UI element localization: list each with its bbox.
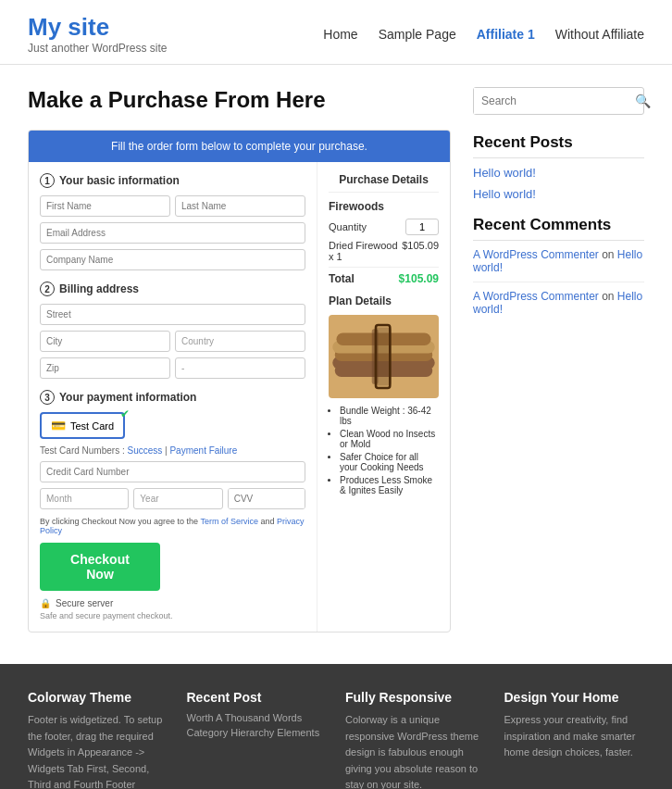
footer-col2-title: Recent Post (187, 690, 328, 705)
year-select[interactable]: Year (133, 488, 222, 509)
secure-row: 🔒 Secure server (40, 598, 305, 608)
city-input[interactable] (40, 331, 170, 352)
month-select[interactable]: Month (40, 488, 129, 509)
card-btn-label: Test Card (70, 420, 114, 432)
footer-col3: Fully Responsive Colorway is a unique re… (345, 690, 486, 789)
step2-num: 2 (40, 282, 55, 296)
lock-icon: 🔒 (40, 598, 51, 608)
company-row (40, 249, 305, 270)
card-date-row: Month Year 📋 (40, 488, 305, 509)
plan-image (329, 315, 439, 398)
commenter-0[interactable]: A WordPress Commenter (473, 248, 599, 261)
comment-divider (473, 282, 644, 282)
cc-row (40, 461, 305, 482)
footer-col4-title: Design Your Home (504, 690, 645, 705)
firewood-svg (329, 315, 439, 398)
footer-col1: Colorway Theme Footer is widgetized. To … (28, 690, 168, 789)
email-input[interactable] (40, 222, 305, 244)
country-select[interactable]: Country (175, 331, 305, 352)
test-card-links: Test Card Numbers : Success | Payment Fa… (40, 445, 305, 456)
nav-without-affiliate[interactable]: Without Affiliate (555, 27, 644, 42)
commenter-1[interactable]: A WordPress Commenter (473, 290, 599, 303)
checkout-form: 1 Your basic information (29, 162, 317, 632)
footer-col1-text: Footer is widgetized. To setup the foote… (28, 712, 168, 789)
header: My site Just another WordPress site Home… (0, 0, 672, 65)
total-row: Total $105.09 (329, 267, 439, 285)
search-button[interactable]: 🔍 (628, 88, 658, 114)
cvv-input[interactable] (229, 489, 305, 508)
search-box: 🔍 (473, 87, 644, 115)
qty-input[interactable] (405, 219, 439, 235)
nav-home[interactable]: Home (323, 27, 357, 42)
plan-title: Plan Details (329, 294, 439, 307)
plan-feature-item: Bundle Weight : 36-42 lbs (340, 406, 439, 426)
product-name: Firewoods (329, 200, 439, 213)
recent-comments-title: Recent Comments (473, 216, 644, 241)
zip-row: - (40, 357, 305, 379)
step3-num: 3 (40, 390, 55, 405)
total-price: $105.09 (399, 272, 439, 285)
tos-link[interactable]: Term of Service (200, 517, 258, 526)
recent-post-1[interactable]: Hello world! (473, 187, 644, 201)
credit-card-icon: 💳 (51, 419, 66, 432)
item-label: Dried Firewood x 1 (329, 240, 402, 262)
tos-text: By clicking Checkout Now you agree to th… (40, 517, 305, 535)
footer-col2-link2[interactable]: Category Hierarchy Elements (187, 727, 328, 738)
nav-sample[interactable]: Sample Page (379, 27, 456, 42)
secure-label: Secure server (56, 598, 113, 608)
qty-label: Quantity (329, 221, 367, 232)
item-price-row: Dried Firewood x 1 $105.09 (329, 240, 439, 262)
footer-top: Colorway Theme Footer is widgetized. To … (0, 664, 672, 789)
page-title: Make a Purchase From Here (28, 87, 451, 113)
site-tagline: Just another WordPress site (28, 42, 168, 55)
cvv-row: 📋 (228, 488, 305, 509)
item-price: $105.09 (402, 240, 439, 262)
footer-col2-link1[interactable]: Worth A Thousand Words (187, 712, 328, 723)
footer-col1-title: Colorway Theme (28, 690, 168, 705)
footer-col3-title: Fully Responsive (345, 690, 486, 705)
search-input[interactable] (474, 88, 628, 114)
test-card-button[interactable]: 💳 Test Card (40, 412, 125, 439)
checkout-box: Fill the order form below to complete yo… (28, 130, 451, 632)
checkout-button[interactable]: Checkout Now (40, 543, 160, 591)
city-country-row: Country (40, 331, 305, 352)
purchase-details-title: Purchase Details (329, 173, 439, 193)
zip-select[interactable]: - (175, 357, 305, 379)
zip-input[interactable] (40, 357, 170, 379)
step2-label: 2 Billing address (40, 282, 305, 296)
total-label: Total (329, 272, 355, 285)
purchase-details: Purchase Details Firewoods Quantity Drie… (317, 162, 450, 632)
last-name-input[interactable] (175, 195, 305, 217)
street-row (40, 304, 305, 325)
step1-label: 1 Your basic information (40, 173, 305, 188)
street-input[interactable] (40, 304, 305, 325)
cc-number-input[interactable] (40, 461, 305, 482)
card-btn-wrapper: 💳 Test Card ✔ (40, 412, 125, 439)
plan-feature-item: Safer Choice for all your Cooking Needs (340, 452, 439, 472)
step1-num: 1 (40, 173, 55, 188)
test-card-success-link[interactable]: Success (127, 445, 162, 456)
checkout-body: 1 Your basic information (29, 162, 450, 632)
footer-col4-text: Express your creativity, find inspiratio… (504, 712, 645, 761)
test-card-failure-link[interactable]: Payment Failure (169, 445, 237, 456)
name-row (40, 195, 305, 217)
company-input[interactable] (40, 249, 305, 270)
email-row (40, 222, 305, 244)
recent-comments-section: Recent Comments A WordPress Commenter on… (473, 216, 644, 316)
recent-posts-section: Recent Posts Hello world! Hello world! (473, 133, 644, 201)
footer-col2: Recent Post Worth A Thousand Words Categ… (187, 690, 328, 789)
check-icon: ✔ (120, 407, 130, 420)
comment-1: A WordPress Commenter on Hello world! (473, 290, 644, 316)
qty-row: Quantity (329, 219, 439, 235)
sidebar: 🔍 Recent Posts Hello world! Hello world!… (473, 87, 644, 632)
recent-post-0[interactable]: Hello world! (473, 166, 644, 180)
nav-affiliate1[interactable]: Affiliate 1 (477, 27, 535, 42)
first-name-input[interactable] (40, 195, 170, 217)
plan-feature-item: Produces Less Smoke & Ignites Easily (340, 475, 439, 495)
step3-label: 3 Your payment information (40, 390, 305, 405)
footer-cols: Colorway Theme Footer is widgetized. To … (28, 690, 644, 789)
checkout-header: Fill the order form below to complete yo… (29, 131, 450, 162)
site-branding: My site Just another WordPress site (28, 13, 168, 55)
plan-features-list: Bundle Weight : 36-42 lbsClean Wood no I… (329, 406, 439, 495)
plan-feature-item: Clean Wood no Insects or Mold (340, 429, 439, 449)
